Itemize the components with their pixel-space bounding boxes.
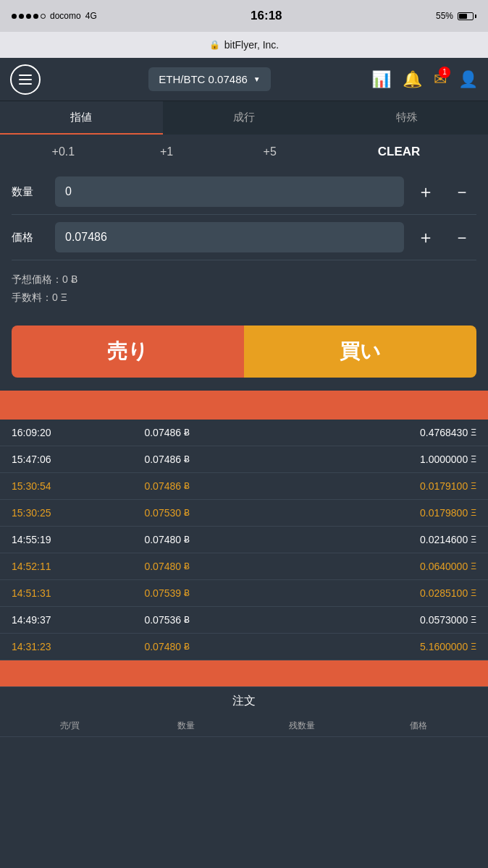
battery-percent: 55%	[436, 11, 453, 21]
order-label: 注文	[232, 694, 256, 709]
trade-price: 0.07480 Ƀ	[144, 641, 310, 652]
battery-fill	[459, 14, 467, 19]
battery-tip	[475, 14, 476, 18]
price-input[interactable]	[55, 222, 404, 252]
expected-price-value: 0	[62, 273, 68, 285]
price-minus-button[interactable]: －	[447, 223, 476, 252]
order-info: 予想価格：0 Ƀ 手数料：0 Ξ	[0, 260, 488, 312]
mail-icon-wrapper[interactable]: ✉ 1	[434, 70, 447, 89]
dropdown-arrow-icon: ▼	[253, 75, 261, 83]
quantity-input[interactable]	[55, 176, 404, 207]
expected-price-label: 予想価格：	[12, 273, 62, 285]
col-header-price: 価格	[361, 720, 477, 732]
trade-price: 0.07486 Ƀ	[144, 480, 310, 492]
dot1	[12, 14, 17, 19]
currency-pair-label: ETH/BTC 0.07486	[159, 73, 248, 85]
network-label: 4G	[85, 11, 97, 21]
price-plus-button[interactable]: ＋	[411, 223, 440, 252]
url-text: bitFlyer, Inc.	[224, 39, 279, 51]
trade-price: 0.07486 Ƀ	[144, 454, 310, 465]
trade-time: 15:47:06	[12, 454, 144, 465]
history-row: 14:51:31 0.07539 Ƀ 0.0285100 Ξ	[0, 580, 488, 607]
dot2	[19, 14, 24, 19]
col-header-remaining: 残数量	[244, 720, 361, 732]
trade-amount: 0.0179800 Ξ	[311, 507, 476, 519]
history-row: 15:47:06 0.07486 Ƀ 1.0000000 Ξ	[0, 446, 488, 473]
history-row: 16:09:20 0.07486 Ƀ 0.4768430 Ξ	[0, 420, 488, 446]
history-row: 15:30:54 0.07486 Ƀ 0.0179100 Ξ	[0, 473, 488, 500]
carrier-label: docomo	[50, 11, 81, 21]
lock-icon: 🔒	[209, 40, 220, 50]
trade-price: 0.07486 Ƀ	[144, 427, 310, 438]
trade-amount: 0.0573000 Ξ	[311, 614, 476, 626]
sell-button[interactable]: 売り	[12, 326, 244, 378]
history-header-bar	[0, 391, 488, 420]
trade-amount: 0.0179100 Ξ	[311, 480, 476, 492]
quantity-row: 数量 ＋ －	[12, 169, 476, 215]
order-tabs: 指値 成行 特殊	[0, 101, 488, 135]
quantity-minus-button[interactable]: －	[447, 177, 476, 206]
status-bar: docomo 4G 16:18 55%	[0, 0, 488, 32]
app-header: ETH/BTC 0.07486 ▼ 📊 🔔 ✉ 1 👤	[0, 58, 488, 101]
tab-limit[interactable]: 指値	[0, 101, 163, 135]
trade-amount: 0.0214600 Ξ	[311, 534, 476, 545]
clear-button[interactable]: CLEAR	[321, 145, 476, 159]
qty-preset-row: +0.1 +1 +5 CLEAR	[0, 135, 488, 169]
col-header-qty: 数量	[128, 720, 245, 732]
history-row: 15:30:25 0.07530 Ƀ 0.0179800 Ξ	[0, 500, 488, 527]
trade-time: 14:49:37	[12, 614, 144, 626]
trade-amount: 0.4768430 Ξ	[311, 427, 476, 438]
trade-price: 0.07536 Ƀ	[144, 614, 310, 626]
trade-amount: 0.0640000 Ξ	[311, 561, 476, 572]
history-row: 14:55:19 0.07480 Ƀ 0.0214600 Ξ	[0, 527, 488, 553]
qty-preset-5[interactable]: +5	[218, 145, 321, 158]
tab-special[interactable]: 特殊	[325, 101, 488, 135]
battery-icon	[458, 12, 476, 20]
bell-icon[interactable]: 🔔	[403, 70, 422, 89]
menu-button[interactable]	[10, 64, 41, 95]
currency-selector[interactable]: ETH/BTC 0.07486 ▼	[148, 67, 270, 91]
trade-price: 0.07480 Ƀ	[144, 534, 310, 545]
quantity-label: 数量	[12, 185, 48, 199]
col-header-type: 売/買	[12, 720, 128, 732]
header-icons: 📊 🔔 ✉ 1 👤	[371, 70, 478, 89]
btc-unit: Ƀ	[71, 273, 78, 285]
chart-icon[interactable]: 📊	[371, 70, 391, 89]
action-buttons: 売り 買い	[12, 326, 476, 378]
history-row: 14:31:23 0.07480 Ƀ 5.1600000 Ξ	[0, 634, 488, 660]
history-row: 14:52:11 0.07480 Ƀ 0.0640000 Ξ	[0, 553, 488, 580]
status-right: 55%	[436, 11, 476, 21]
buy-button[interactable]: 買い	[244, 326, 476, 378]
trade-amount: 1.0000000 Ξ	[311, 454, 476, 465]
column-headers: 売/買 数量 残数量 価格	[0, 715, 488, 737]
dot3	[26, 14, 31, 19]
tab-market[interactable]: 成行	[163, 101, 326, 135]
dot4	[33, 14, 38, 19]
trade-price: 0.07539 Ƀ	[144, 587, 310, 599]
dot5	[41, 14, 46, 19]
history-row: 14:49:37 0.07536 Ƀ 0.0573000 Ξ	[0, 607, 488, 634]
qty-preset-1[interactable]: +1	[115, 145, 219, 158]
order-label-bar: 注文	[0, 686, 488, 715]
battery-body	[458, 12, 474, 20]
qty-preset-01[interactable]: +0.1	[12, 145, 115, 158]
trade-price: 0.07530 Ƀ	[144, 507, 310, 519]
trade-time: 15:30:25	[12, 507, 144, 519]
eth-unit: Ξ	[61, 292, 67, 303]
bottom-orange-bar	[0, 660, 488, 686]
trade-amount: 0.0285100 Ξ	[311, 587, 476, 599]
user-icon[interactable]: 👤	[458, 70, 478, 89]
trade-price: 0.07480 Ƀ	[144, 561, 310, 572]
trade-time: 16:09:20	[12, 427, 144, 438]
trade-time: 14:55:19	[12, 534, 144, 545]
notification-badge: 1	[439, 67, 450, 78]
signal-dots	[12, 14, 46, 19]
trade-time: 14:51:31	[12, 587, 144, 599]
quantity-plus-button[interactable]: ＋	[411, 177, 440, 206]
price-row: 価格 ＋ －	[12, 215, 476, 260]
trade-history-table: 16:09:20 0.07486 Ƀ 0.4768430 Ξ 15:47:06 …	[0, 420, 488, 660]
price-label: 価格	[12, 231, 48, 244]
order-form: 数量 ＋ － 価格 ＋ －	[0, 169, 488, 260]
trade-amount: 5.1600000 Ξ	[311, 641, 476, 652]
fee-label: 手数料：	[12, 292, 52, 303]
